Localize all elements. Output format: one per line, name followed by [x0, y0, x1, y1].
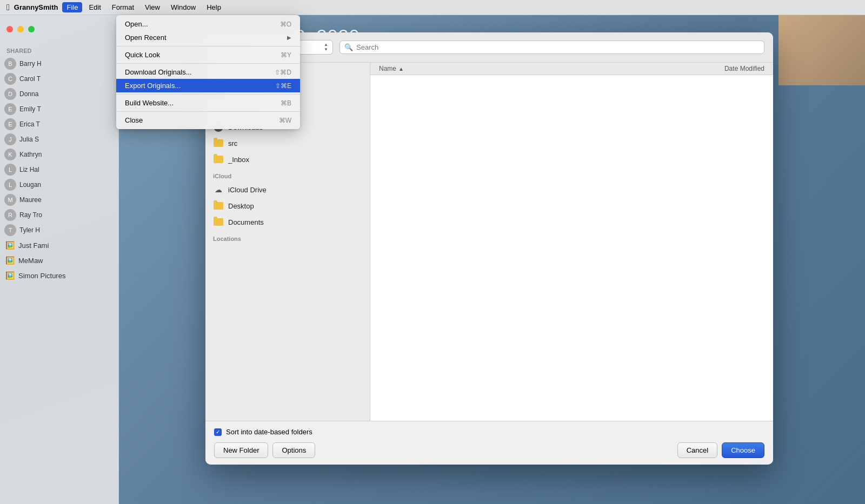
sort-label: Sort into date-based folders [226, 428, 312, 436]
sidebar-item-simon[interactable]: 🖼️ Simon Pictures [0, 268, 118, 283]
avatar-lougan: L [4, 179, 16, 191]
view-menu-item[interactable]: View [141, 2, 164, 12]
export-originals-label: Export Originals... [125, 82, 181, 90]
person-name-erica: Erica T [19, 120, 40, 128]
app-sidebar: SHARED B Barry H C Carol T D Donna E Emi… [0, 15, 119, 504]
export-originals-shortcut: ⇧⌘E [275, 82, 291, 90]
search-box[interactable]: 🔍 [340, 41, 764, 54]
sidebar-person-erica[interactable]: E Erica T [0, 117, 118, 132]
download-originals-shortcut: ⇧⌘D [275, 69, 291, 76]
menu-item-export-originals[interactable]: Export Originals... ⇧⌘E [116, 79, 300, 92]
window-menu-item[interactable]: Window [167, 2, 200, 12]
sidebar-person-ray[interactable]: R Ray Tro [0, 207, 118, 223]
avatar-ray: R [4, 209, 16, 221]
folder-icon-inbox [213, 154, 224, 165]
sidebar-person-mauree[interactable]: M Mauree [0, 192, 118, 207]
stepper-down[interactable]: ▼ [324, 48, 328, 52]
menu-item-open-recent[interactable]: Open Recent ▶ [116, 31, 300, 44]
menu-item-download-originals[interactable]: Download Originals... ⇧⌘D [116, 65, 300, 79]
avatar-emily: E [4, 103, 16, 115]
sidebar-person-lougan[interactable]: L Lougan [0, 177, 118, 192]
dialog-sidebar-item-inbox[interactable]: _Inbox [205, 151, 370, 167]
desktop-label: Desktop [228, 202, 254, 210]
help-menu-item[interactable]: Help [202, 2, 225, 12]
menu-item-quick-look[interactable]: Quick Look ⌘Y [116, 48, 300, 62]
folder-icon-documents [213, 217, 224, 227]
album-icon-2: 🖼️ [4, 255, 15, 266]
avatar-donna: D [4, 88, 16, 100]
open-recent-arrow: ▶ [287, 35, 291, 41]
sidebar-header [0, 15, 118, 43]
apple-menu-icon[interactable]:  [6, 3, 10, 12]
dialog-sidebar-item-src[interactable]: src [205, 135, 370, 151]
icloud-drive-label: iCloud Drive [228, 186, 267, 194]
close-label: Close [125, 116, 143, 124]
avatar-barry: B [4, 58, 16, 70]
src-label: src [228, 139, 237, 147]
person-name-carol: Carol T [19, 75, 41, 83]
search-input[interactable] [356, 43, 760, 51]
album-name-1: Just Fami [18, 241, 49, 250]
menu-item-open[interactable]: Open... ⌘O [116, 17, 300, 31]
person-name-ray: Ray Tro [19, 211, 42, 219]
maximize-button[interactable] [28, 26, 35, 32]
person-name-lougan: Lougan [19, 181, 41, 189]
menubar:  GrannySmith File Edit Format View Wind… [0, 0, 865, 15]
choose-button[interactable]: Choose [722, 442, 764, 458]
person-name-liz: Liz Hal [19, 166, 39, 173]
person-name-julia: Julia S [19, 136, 39, 143]
avatar-liz: L [4, 164, 16, 176]
sort-checkbox[interactable]: ✓ [214, 428, 222, 436]
app-name[interactable]: GrannySmith [14, 3, 58, 11]
stepper-up[interactable]: ▲ [324, 43, 328, 47]
sidebar-person-carol[interactable]: C Carol T [0, 71, 118, 86]
stepper-arrows[interactable]: ▲ ▼ [324, 43, 328, 52]
album-name-2: MeMaw [18, 257, 43, 265]
folder-icon-src [213, 138, 224, 149]
sidebar-person-kathryn[interactable]: K Kathryn [0, 147, 118, 162]
sidebar-person-barry[interactable]: B Barry H [0, 56, 118, 71]
sidebar-person-emily[interactable]: E Emily T [0, 102, 118, 117]
album-icon-3: 🖼️ [4, 270, 15, 281]
new-folder-button[interactable]: New Folder [214, 442, 268, 458]
documents-label: Documents [228, 218, 264, 226]
close-shortcut: ⌘W [279, 117, 291, 124]
dialog-sidebar-item-icloud-drive[interactable]: ☁ iCloud Drive [205, 182, 370, 198]
build-website-shortcut: ⌘B [281, 99, 291, 107]
person-name-kathryn: Kathryn [19, 151, 42, 158]
menu-item-build-website[interactable]: Build Website... ⌘B [116, 96, 300, 110]
name-column-header[interactable]: Name ▲ [379, 65, 678, 72]
avatar-julia: J [4, 133, 16, 145]
minimize-button[interactable] [17, 26, 24, 32]
cancel-button[interactable]: Cancel [677, 442, 717, 458]
close-button[interactable] [6, 26, 13, 32]
options-button[interactable]: Options [272, 442, 315, 458]
sidebar-person-liz[interactable]: L Liz Hal [0, 162, 118, 177]
sort-checkbox-row: ✓ Sort into date-based folders [214, 428, 764, 436]
photo-thumbnail [778, 15, 865, 85]
dialog-buttons-right: Cancel Choose [677, 442, 764, 458]
edit-menu-item[interactable]: Edit [84, 2, 105, 12]
menu-item-close[interactable]: Close ⌘W [116, 113, 300, 127]
sidebar-person-tyler[interactable]: T Tyler H [0, 223, 118, 238]
person-name-mauree: Mauree [19, 196, 42, 204]
dialog-bottom: ✓ Sort into date-based folders New Folde… [205, 421, 773, 465]
person-name-barry: Barry H [19, 60, 42, 68]
icloud-section-label: iCloud [205, 167, 370, 182]
quick-look-label: Quick Look [125, 51, 160, 59]
sidebar-person-donna[interactable]: D Donna [0, 86, 118, 102]
format-menu-item[interactable]: Format [108, 2, 138, 12]
dialog-sidebar-item-documents[interactable]: Documents [205, 214, 370, 230]
file-menu-item[interactable]: File [62, 2, 82, 12]
sidebar-item-just-fami[interactable]: 🖼️ Just Fami [0, 238, 118, 253]
date-col-label: Date Modified [724, 65, 764, 72]
dialog-sidebar-item-desktop[interactable]: Desktop [205, 198, 370, 214]
locations-section-label: Locations [205, 230, 370, 244]
folder-icon-desktop [213, 200, 224, 211]
date-column-header[interactable]: Date Modified [678, 65, 764, 72]
sidebar-item-memaw[interactable]: 🖼️ MeMaw [0, 253, 118, 268]
sidebar-person-julia[interactable]: J Julia S [0, 132, 118, 147]
sort-indicator: ▲ [398, 66, 404, 72]
open-shortcut: ⌘O [280, 21, 291, 28]
avatar-erica: E [4, 118, 16, 130]
